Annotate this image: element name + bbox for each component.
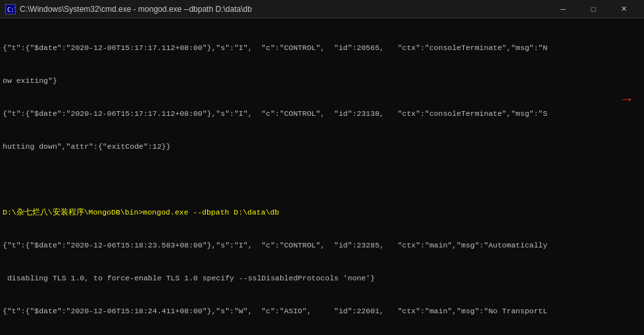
- cmd-window: C:\ C:\Windows\System32\cmd.exe - mongod…: [0, 0, 644, 335]
- window-title: C:\Windows\System32\cmd.exe - mongod.exe…: [20, 5, 548, 14]
- terminal-output: {"t":{"$date":"2020-12-06T15:17:17.112+0…: [0, 18, 644, 335]
- command-highlight: D:\杂七烂八\安装程序\MongoDB\bin>mongod.exe --db…: [3, 207, 641, 219]
- close-button[interactable]: ✕: [608, 0, 639, 18]
- highlight-arrow: ←: [622, 90, 631, 111]
- command-text: D:\杂七烂八\安装程序\MongoDB\bin>mongod.exe --db…: [3, 207, 641, 219]
- terminal-line-6: {"t":{"$date":"2020-12-06T15:18:23.583+0…: [3, 240, 641, 251]
- maximize-button[interactable]: □: [578, 0, 608, 18]
- terminal-line-7: disabling TLS 1.0, to force-enable TLS 1…: [3, 273, 641, 284]
- terminal-line-3: {"t":{"$date":"2020-12-06T15:17:17.112+0…: [3, 109, 641, 120]
- terminal-command-line: D:\杂七烂八\安装程序\MongoDB\bin>mongod.exe --db…: [3, 207, 641, 219]
- title-bar: C:\ C:\Windows\System32\cmd.exe - mongod…: [0, 0, 644, 18]
- minimize-button[interactable]: ─: [548, 0, 578, 18]
- cmd-icon: C:\: [5, 4, 16, 14]
- terminal-line-1: {"t":{"$date":"2020-12-06T15:17:17.112+0…: [3, 43, 641, 54]
- svg-text:C:\: C:\: [7, 7, 15, 13]
- terminal-spacer: [3, 174, 641, 186]
- terminal-line-8: {"t":{"$date":"2020-12-06T15:18:24.411+0…: [3, 306, 641, 317]
- terminal-line-2: ow exiting"}: [3, 76, 641, 87]
- terminal-line-4: hutting down","attr":{"exitCode":12}}: [3, 142, 641, 153]
- window-controls: ─ □ ✕: [548, 0, 639, 18]
